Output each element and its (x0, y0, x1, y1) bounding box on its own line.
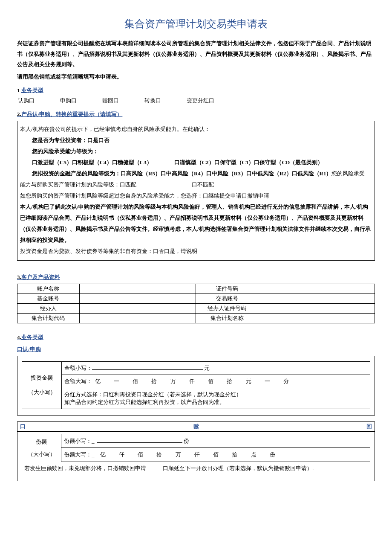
label-invest-amount: 投资金额 （大小写） (22, 361, 62, 409)
s2-funding-source[interactable]: 投资资金是否为贷款、发行债券等筹集的非自有资金：口否口是，请说明 (20, 246, 372, 257)
opt-redeem[interactable]: 赎回口 (102, 97, 119, 105)
redemption-mid: 赎 (26, 423, 366, 430)
s2-risk-level-label: 您的风险承受能力等级为： (20, 146, 372, 157)
field-plan-name[interactable] (258, 313, 375, 323)
dividend-choice[interactable]: 分红方式选择：口红利再投资口现金分红（若未选择，默认为现金分红） 如产品合同约定… (62, 388, 370, 409)
label-plan-name: 集合计划名称 (196, 313, 258, 323)
opt-change-dividend[interactable]: 变更分红口 (187, 97, 214, 105)
field-operator[interactable] (79, 303, 196, 313)
intro-text: 兴证证券资产管理有限公司提醒您在填写本表前详细阅读本公司所管理的集合资产管理计划… (17, 38, 375, 70)
section-4-header: 4.业务类型 (17, 334, 375, 341)
s2-declaration: 本人/机构已了解此次认/申购的资产管理计划的风险等级与本机构风险偏好，管理人、销… (20, 201, 372, 246)
opt-convert[interactable]: 转换口 (144, 97, 161, 105)
field-trade-account[interactable] (258, 293, 375, 303)
s2-risk-tail: 您的风险承受 (331, 170, 365, 177)
section-num: 2. (17, 111, 21, 117)
table-row: 若发生巨额赎回，未兑现部分将，口撤销赎回申请 口顺延至下一开放日办理（若未选择，… (22, 462, 370, 475)
amount-upper-row[interactable]: 金额大写： 亿 一 佰 拾 万 仟 佰 拾 元 一 分 (62, 375, 370, 388)
section-2-header: 2.产品认/申购、转换的重要提示（请填写） (17, 110, 375, 118)
section-num: 1 (17, 87, 20, 93)
s2-match[interactable]: 能力与所购买资产管理计划的风险等级：口匹配 口不匹配 (20, 179, 372, 190)
opt-purchase[interactable]: 申购口 (60, 97, 77, 105)
opt-subscribe[interactable]: 认购口 (18, 97, 35, 105)
table-row: 份额大写：_ 亿 仟 佰 拾 万 仟 佰 拾 点 份 (22, 448, 370, 462)
redemption-header[interactable]: 口 赎 回 (17, 421, 375, 432)
field-operator-id[interactable] (258, 303, 375, 313)
table-row: 分红方式选择：口红利再投资口现金分红（若未选择，默认为现金分红） 如产品合同约定… (22, 388, 370, 409)
label-account-name: 账户名称 (17, 284, 80, 293)
redemption-box: 份额 （大小写） 份额小写：_ 份 份额大写：_ 亿 仟 佰 拾 万 仟 佰 拾… (17, 432, 375, 481)
label-share: 份额 （大小写） (22, 434, 61, 462)
table-row: 投资金额 （大小写） 金额小写： 元 (22, 361, 370, 375)
section-3-header: 3.客户及产品资料 (17, 273, 375, 281)
table-row: 经办人 经办人证件号码 (17, 303, 375, 313)
field-account-name[interactable] (79, 284, 196, 293)
section-num: 4. (17, 334, 21, 340)
field-id-number[interactable] (258, 284, 375, 293)
field-plan-code[interactable] (79, 313, 196, 323)
s2-pro-investor[interactable]: 您是否为专业投资者：口是口否 (20, 135, 372, 146)
label-operator: 经办人 (17, 303, 80, 313)
share-table: 份额 （大小写） 份额小写：_ 份 份额大写：_ 亿 仟 佰 拾 万 仟 佰 拾… (22, 434, 370, 475)
label-operator-id: 经办人证件号码 (196, 303, 258, 313)
s2-line-1: 本人/机构在贵公司的提示下，已经审慎考虑自身的风险承受能力。在此确认： (20, 124, 372, 135)
section-title: 业务类型 (21, 87, 43, 93)
table-row: 基金账号 交易账号 (17, 293, 375, 303)
label-id-number: 证件号码 (196, 284, 258, 293)
s2-product-risk[interactable]: 您拟投资的金融产品的风险等级为：口高风险（R5）口中高风险（R4）口中风险（R3… (32, 170, 331, 177)
huge-redemption-note[interactable]: 若发生巨额赎回，未兑现部分将，口撤销赎回申请 口顺延至下一开放日办理（若未选择，… (22, 462, 370, 475)
label-trade-account: 交易账号 (196, 293, 258, 303)
field-fund-account[interactable] (79, 293, 196, 303)
table-row: 份额 （大小写） 份额小写：_ 份 (22, 434, 370, 448)
amount-lower-row[interactable]: 金额小写： 元 (62, 361, 370, 375)
intro-text-2: 请用黑色钢笔或签字笔清晰填写本申请表。 (17, 72, 375, 82)
table-row: 金额大写： 亿 一 佰 拾 万 仟 佰 拾 元 一 分 (22, 375, 370, 388)
page-title: 集合资产管理计划交易类申请表 (17, 17, 375, 31)
section-title: 客户及产品资料 (21, 274, 60, 280)
section-title: 业务类型 (21, 334, 43, 340)
section-num: 3. (17, 274, 21, 280)
subscribe-box: 投资金额 （大小写） 金额小写： 元 金额大写： 亿 一 佰 拾 万 仟 佰 拾… (17, 356, 375, 416)
business-type-options: 认购口 申购口 赎回口 转换口 变更分红口 (17, 97, 375, 105)
table-row: 账户名称 证件号码 (17, 284, 375, 293)
redemption-right: 回 (366, 423, 372, 430)
section-1-header: 1 业务类型 (17, 87, 375, 94)
label-plan-code: 集合计划代码 (17, 313, 80, 323)
s2-risk-level-options[interactable]: 口激进型（C5）口积极型（C4）口稳健型（C3） 口谨慎型（C2）口保守型（C1… (20, 157, 372, 168)
invest-amount-table: 投资金额 （大小写） 金额小写： 元 金额大写： 亿 一 佰 拾 万 仟 佰 拾… (22, 361, 370, 409)
s2-exceed-choice[interactable]: 如您所购买的资产管理计划风险等级超过您自身的风险承受能力，您选择：口继续提交申请… (20, 190, 372, 201)
customer-product-table: 账户名称 证件号码 基金账号 交易账号 经办人 经办人证件号码 集合计划代码 集… (17, 284, 375, 323)
label-fund-account: 基金账号 (17, 293, 80, 303)
share-lower-row[interactable]: 份额小写：_ 份 (61, 434, 371, 448)
table-row: 集合计划代码 集合计划名称 (17, 313, 375, 323)
redemption-left: 口 (20, 423, 26, 430)
share-upper-row[interactable]: 份额大写：_ 亿 仟 佰 拾 万 仟 佰 拾 点 份 (61, 448, 371, 462)
section-4-sub[interactable]: 口认/申购 (17, 346, 375, 353)
s2-product-risk-line: 您拟投资的金融产品的风险等级为：口高风险（R5）口中高风险（R4）口中风险（R3… (20, 168, 372, 179)
section-title: 产品认/申购、转换的重要提示（请填写） (21, 111, 123, 117)
section-2-box: 本人/机构在贵公司的提示下，已经审慎考虑自身的风险承受能力。在此确认： 您是否为… (17, 121, 375, 261)
